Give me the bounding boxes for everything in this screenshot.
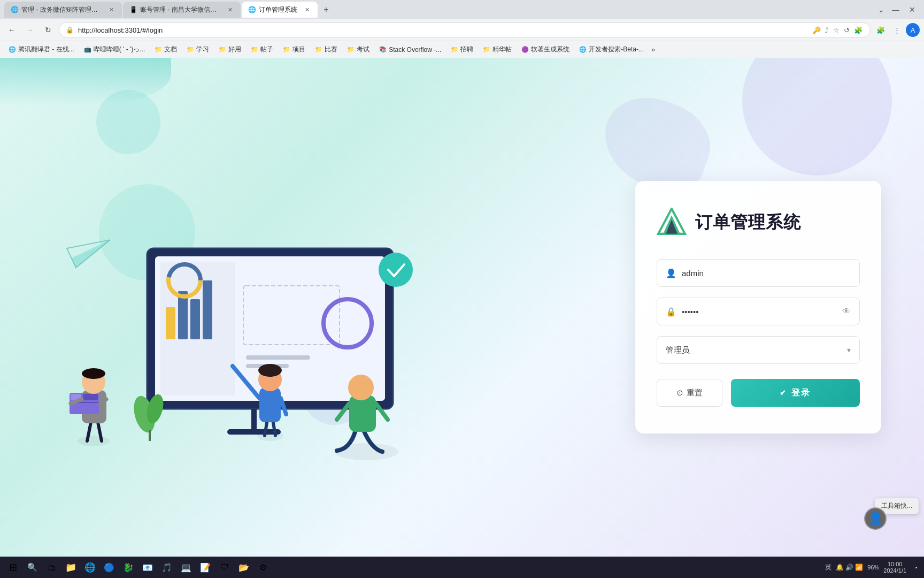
bookmark-icon-9: 📚 xyxy=(379,46,387,53)
reset-button[interactable]: ⊙ 重置 xyxy=(657,379,722,407)
taskbar-app5[interactable]: 📧 xyxy=(139,559,156,576)
bookmark-icon-6: 📁 xyxy=(283,46,290,53)
address-field[interactable]: 🔒 http://localhost:3301/#/login 🔑 ⤴ ☆ ↺ … xyxy=(59,22,871,37)
taskbar: ⊞ 🔍 🗂 📁 🌐 🔵 🐉 📧 🎵 💻 📝 🛡 📂 ⚙ 英 🔔 🔊 📶 96% … xyxy=(0,557,924,578)
language-indicator[interactable]: 英 xyxy=(825,563,831,572)
button-row: ⊙ 重置 ✔ 登录 xyxy=(657,379,860,407)
login-card: 订单管理系统 👤 🔒 👁 管理员 ▾ ⊙ 重置 ✔ 登录 xyxy=(635,181,881,434)
bookmarks-more-btn[interactable]: » xyxy=(651,45,655,54)
browser-toolbar-icons: 🧩 ⋮ A xyxy=(874,23,920,37)
tab-close-2[interactable]: ✕ xyxy=(226,5,234,14)
deco-circle-top-right xyxy=(742,58,892,176)
bookmark-label-6: 项目 xyxy=(292,45,305,54)
taskbar-app9[interactable]: 🛡 xyxy=(216,559,233,576)
bookmark-jinghuatie[interactable]: 📁 精华帖 xyxy=(479,43,516,56)
back-button[interactable]: ← xyxy=(4,22,19,37)
taskbar-app6[interactable]: 🎵 xyxy=(158,559,175,576)
login-label: 登录 xyxy=(791,387,811,399)
bookmark-devsearch[interactable]: 🌐 开发者搜索-Beta-... xyxy=(575,43,648,56)
url-text: http://localhost:3301/#/login xyxy=(78,26,163,34)
bookmark-icon-8: 📁 xyxy=(347,46,355,53)
bookmark-xuexi[interactable]: 📁 学习 xyxy=(182,43,213,56)
tab-overflow-btn[interactable]: ⌄ xyxy=(876,3,887,16)
tab-3[interactable]: 🌐 订单管理系统 ✕ xyxy=(242,2,318,18)
bookmark-label-11: 精华帖 xyxy=(492,45,512,54)
bookmark-label-1: 哔哩哔哩( ' - ')っ... xyxy=(94,45,145,54)
profile-initial: A xyxy=(911,26,915,34)
tab-bar: 🌐 管理 - 政务微信矩阵管理系统 ✕ 📱 账号管理 - 南昌大学微信矩阵管 ✕… xyxy=(0,0,924,19)
forward-button[interactable]: → xyxy=(22,22,37,37)
new-tab-button[interactable]: + xyxy=(319,2,334,17)
username-input[interactable] xyxy=(682,269,851,278)
taskbar-app4[interactable]: 🐉 xyxy=(120,559,137,576)
user-icon: 👤 xyxy=(666,268,676,278)
bookmark-star-icon[interactable]: ☆ xyxy=(832,25,841,35)
role-value: 管理员 xyxy=(666,345,690,355)
password-eye-icon[interactable]: 👁 xyxy=(842,307,851,316)
extensions-button[interactable]: 🧩 xyxy=(874,23,888,37)
taskbar-app3[interactable]: 🔵 xyxy=(101,559,118,576)
main-content: 订单管理系统 👤 🔒 👁 管理员 ▾ ⊙ 重置 ✔ 登录 xyxy=(0,58,924,557)
vue-logo xyxy=(657,208,687,238)
tray-avatar[interactable]: 👤 xyxy=(864,507,887,530)
file-explorer-button[interactable]: 📁 xyxy=(62,559,79,576)
tab-2[interactable]: 📱 账号管理 - 南昌大学微信矩阵管 ✕ xyxy=(123,2,241,18)
svg-rect-15 xyxy=(246,355,310,360)
start-button[interactable]: ⊞ xyxy=(4,559,21,576)
task-view-button[interactable]: 🗂 xyxy=(43,559,60,576)
taskbar-app8[interactable]: 📝 xyxy=(197,559,214,576)
bookmark-zhaopin[interactable]: 📁 招聘 xyxy=(446,43,478,56)
taskbar-app7[interactable]: 💻 xyxy=(178,559,195,576)
bookmark-icon-1: 📺 xyxy=(84,46,91,53)
login-header: 订单管理系统 xyxy=(657,208,860,238)
role-select[interactable]: 管理员 ▾ xyxy=(657,336,860,364)
bookmark-translator[interactable]: 🌐 腾讯翻译君 - 在线... xyxy=(4,43,79,56)
bookmark-xiangmu[interactable]: 📁 项目 xyxy=(279,43,310,56)
reset-label: 重置 xyxy=(687,388,703,398)
avatar-icon: 👤 xyxy=(868,512,883,526)
bookmark-stackoverflow[interactable]: 📚 Stack Overflow -... xyxy=(375,44,445,55)
passkey-icon[interactable]: 🔑 xyxy=(811,25,822,35)
tab-favicon-3: 🌐 xyxy=(248,6,256,13)
bookmarks-bar: 🌐 腾讯翻译君 - 在线... 📺 哔哩哔哩( ' - ')っ... 📁 文档 … xyxy=(0,41,924,58)
bookmark-icon-5: 📁 xyxy=(251,46,258,53)
refresh-icon[interactable]: ↺ xyxy=(843,25,851,35)
bookmark-icon-4: 📁 xyxy=(219,46,226,53)
reload-button[interactable]: ↻ xyxy=(41,22,56,37)
bookmark-label-0: 腾讯翻译君 - 在线... xyxy=(18,45,74,54)
tab-close-1[interactable]: ✕ xyxy=(107,5,116,14)
bookmark-haoyong[interactable]: 📁 好用 xyxy=(214,43,245,56)
password-input[interactable] xyxy=(682,307,837,316)
svg-point-38 xyxy=(82,368,105,379)
search-button[interactable]: 🔍 xyxy=(24,559,41,576)
bookmark-bilibili[interactable]: 📺 哔哩哔哩( ' - ')っ... xyxy=(80,43,150,56)
tab-close-3[interactable]: ✕ xyxy=(303,5,311,14)
bookmark-bisai[interactable]: 📁 比赛 xyxy=(311,43,342,56)
show-desktop-button[interactable]: ▪ xyxy=(913,564,920,571)
edge-button[interactable]: 🌐 xyxy=(81,559,98,576)
bookmark-kaoshi[interactable]: 📁 考试 xyxy=(343,43,374,56)
bookmark-icon-3: 📁 xyxy=(187,46,194,53)
login-button[interactable]: ✔ 登录 xyxy=(731,379,860,407)
tooltip-text: 工具箱快... xyxy=(881,502,912,509)
bookmark-label-5: 帖子 xyxy=(260,45,273,54)
tab-title-2: 账号管理 - 南昌大学微信矩阵管 xyxy=(140,5,221,14)
taskbar-app10[interactable]: 📂 xyxy=(235,559,252,576)
tab-1[interactable]: 🌐 管理 - 政务微信矩阵管理系统 ✕ xyxy=(4,2,122,18)
browser-chrome: 🌐 管理 - 政务微信矩阵管理系统 ✕ 📱 账号管理 - 南昌大学微信矩阵管 ✕… xyxy=(0,0,924,58)
taskbar-app11[interactable]: ⚙ xyxy=(255,559,272,576)
profile-avatar[interactable]: A xyxy=(906,23,920,37)
extension-icon[interactable]: 🧩 xyxy=(853,25,864,35)
bookmark-ruanzhu[interactable]: 🟣 软著生成系统 xyxy=(517,43,574,56)
bookmark-wendang[interactable]: 📁 文档 xyxy=(150,43,181,56)
bookmark-icon-2: 📁 xyxy=(155,46,162,53)
clock-date: 2024/1/1 xyxy=(883,567,906,574)
minimize-button[interactable]: — xyxy=(888,3,904,16)
share-icon[interactable]: ⤴ xyxy=(824,25,830,35)
tab-favicon-1: 🌐 xyxy=(11,6,18,13)
settings-button[interactable]: ⋮ xyxy=(890,23,904,37)
bookmark-tiezi[interactable]: 📁 帖子 xyxy=(247,43,278,56)
clock-display[interactable]: 10:00 2024/1/1 xyxy=(883,561,906,574)
address-bar-row: ← → ↻ 🔒 http://localhost:3301/#/login 🔑 … xyxy=(0,19,924,41)
close-window-button[interactable]: ✕ xyxy=(905,3,920,16)
